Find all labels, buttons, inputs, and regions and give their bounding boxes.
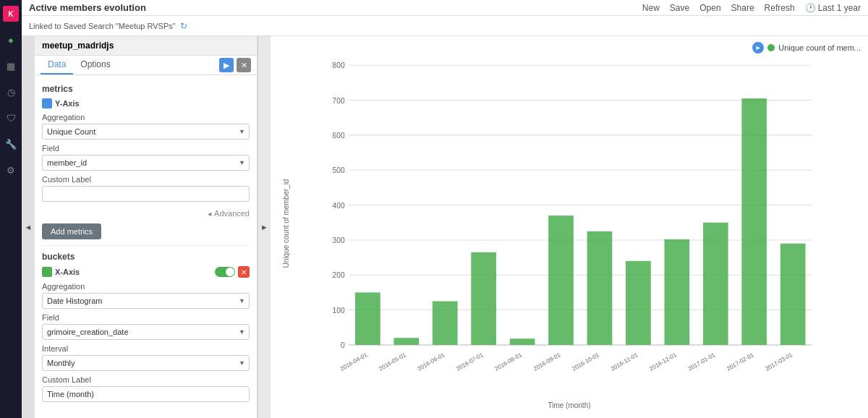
- icon-sidebar: K ● ▦ ◷ 🛡 🔧 ⚙: [0, 0, 22, 418]
- svg-rect-31: [587, 231, 613, 345]
- custom-label-label: Custom Label: [42, 175, 250, 184]
- top-bar: Active members evolution New Save Open S…: [22, 0, 868, 16]
- refresh-button[interactable]: Refresh: [765, 3, 795, 13]
- play-button[interactable]: ▶: [219, 58, 234, 72]
- svg-text:2016-08-01: 2016-08-01: [494, 351, 524, 372]
- main-container: Active members evolution New Save Open S…: [22, 0, 868, 418]
- nav-icon-shield[interactable]: 🛡: [3, 110, 19, 126]
- divider: [42, 245, 250, 246]
- nav-icon-chart[interactable]: ▦: [3, 58, 19, 74]
- tab-data[interactable]: Data: [41, 56, 73, 74]
- nav-icon-circle[interactable]: ●: [3, 32, 19, 48]
- svg-text:2017-02-01: 2017-02-01: [726, 351, 755, 372]
- svg-text:300: 300: [333, 236, 345, 244]
- aggregation-select[interactable]: Unique Count Count Avg Sum: [42, 124, 250, 140]
- svg-text:700: 700: [333, 97, 345, 105]
- buckets-section-title: buckets: [42, 252, 250, 262]
- svg-rect-37: [703, 223, 728, 345]
- field-select-wrapper: member_id grimoire_creation_date: [42, 155, 250, 171]
- svg-rect-27: [510, 338, 535, 345]
- page-title: Active members evolution: [29, 2, 146, 13]
- left-nav-arrow[interactable]: ◄: [22, 36, 35, 418]
- svg-text:2017-01-01: 2017-01-01: [687, 351, 717, 372]
- new-button[interactable]: New: [642, 3, 660, 13]
- open-button[interactable]: Open: [699, 3, 720, 13]
- x-axis-color-indicator: [42, 267, 52, 277]
- sync-icon[interactable]: ↻: [180, 21, 187, 31]
- svg-text:500: 500: [333, 166, 345, 174]
- svg-text:2016-04-01: 2016-04-01: [339, 351, 369, 372]
- svg-rect-25: [471, 252, 496, 345]
- advanced-link[interactable]: Advanced: [206, 209, 250, 218]
- bucket-field-select-wrapper: grimoire_creation_date member_id: [42, 324, 250, 340]
- nav-icon-wrench[interactable]: 🔧: [3, 136, 19, 152]
- svg-text:2016-06-01: 2016-06-01: [417, 351, 446, 372]
- svg-text:2016-07-01: 2016-07-01: [455, 351, 485, 372]
- svg-rect-33: [626, 261, 651, 345]
- legend-color-dot: [767, 44, 775, 51]
- svg-text:100: 100: [333, 307, 345, 315]
- x-axis-row: X-Axis ✕: [42, 266, 250, 278]
- y-axis-color-indicator: [42, 98, 52, 108]
- bucket-aggregation-label: Aggregation: [42, 282, 250, 291]
- custom-label-input[interactable]: [42, 186, 250, 202]
- svg-text:600: 600: [333, 132, 345, 140]
- y-axis-name: Y-Axis: [55, 99, 80, 108]
- time-range-selector[interactable]: 🕐 Last 1 year: [805, 3, 861, 13]
- svg-text:800: 800: [333, 61, 345, 69]
- clock-icon: 🕐: [805, 3, 816, 13]
- chart-container: Unique count of member_id 01002003004005…: [278, 58, 861, 389]
- top-bar-actions: New Save Open Share Refresh 🕐 Last 1 yea…: [642, 3, 861, 13]
- content-area: ◄ meetup_madridjs Data Options ▶ ✕ metri…: [22, 36, 868, 418]
- svg-text:2016-10-01: 2016-10-01: [571, 351, 600, 372]
- save-button[interactable]: Save: [670, 3, 689, 13]
- saved-search-label: Linked to Saved Search "Meetup RVSPs": [29, 22, 176, 30]
- legend-text: Unique count of mem...: [778, 43, 861, 52]
- svg-rect-21: [393, 338, 419, 345]
- bucket-field-select[interactable]: grimoire_creation_date member_id: [42, 324, 250, 340]
- x-axis-name: X-Axis: [55, 268, 80, 276]
- close-button[interactable]: ✕: [237, 58, 251, 72]
- svg-rect-29: [548, 216, 574, 345]
- svg-text:400: 400: [333, 202, 345, 210]
- svg-text:2016-11-01: 2016-11-01: [610, 351, 639, 372]
- legend-expand-button[interactable]: ►: [752, 42, 764, 54]
- bucket-field-label: Field: [42, 313, 250, 322]
- bucket-controls: ✕: [215, 266, 250, 278]
- bucket-aggregation-select[interactable]: Date Histogram Histogram Range Terms: [42, 293, 250, 309]
- bar-chart-svg: 01002003004005006007008002016-04-012016-…: [278, 58, 861, 389]
- tab-options[interactable]: Options: [73, 56, 117, 74]
- chart-legend: ► Unique count of mem...: [752, 42, 861, 54]
- x-axis-chart-label: Time (month): [548, 401, 590, 409]
- panel-tabs: Data Options ▶ ✕: [35, 56, 257, 75]
- right-nav-arrow[interactable]: ►: [258, 36, 271, 418]
- panel-scroll: metrics Y-Axis Aggregation Unique Count …: [35, 75, 257, 418]
- x-axis-label-row: X-Axis: [42, 267, 80, 277]
- x-axis-remove-button[interactable]: ✕: [238, 266, 250, 278]
- subtitle-bar: Linked to Saved Search "Meetup RVSPs" ↻: [22, 16, 868, 36]
- field-select[interactable]: member_id grimoire_creation_date: [42, 155, 250, 171]
- svg-rect-41: [780, 244, 806, 345]
- metrics-section-title: metrics: [42, 84, 250, 94]
- svg-text:2016-05-01: 2016-05-01: [378, 351, 407, 372]
- tab-actions: ▶ ✕: [219, 58, 251, 72]
- aggregation-label: Aggregation: [42, 113, 250, 121]
- bucket-custom-label-input[interactable]: [42, 386, 250, 402]
- share-button[interactable]: Share: [731, 3, 754, 13]
- x-axis-toggle[interactable]: [215, 267, 235, 277]
- bucket-custom-label-label: Custom Label: [42, 375, 250, 384]
- svg-text:0: 0: [341, 341, 345, 349]
- interval-select[interactable]: Auto Daily Weekly Monthly Yearly: [42, 355, 250, 371]
- nav-icon-clock[interactable]: ◷: [3, 84, 19, 100]
- left-panel: meetup_madridjs Data Options ▶ ✕ metrics…: [35, 36, 258, 418]
- svg-rect-39: [741, 98, 767, 345]
- interval-select-wrapper: Auto Daily Weekly Monthly Yearly: [42, 355, 250, 371]
- svg-text:2017-03-01: 2017-03-01: [765, 351, 794, 372]
- svg-rect-19: [355, 292, 380, 345]
- y-axis-chart-label: Unique count of member_id: [282, 179, 290, 268]
- add-metrics-button[interactable]: Add metrics: [42, 223, 101, 239]
- svg-rect-23: [433, 302, 458, 345]
- app-logo: K: [3, 6, 19, 22]
- nav-icon-gear[interactable]: ⚙: [3, 162, 19, 178]
- interval-label: Interval: [42, 344, 250, 353]
